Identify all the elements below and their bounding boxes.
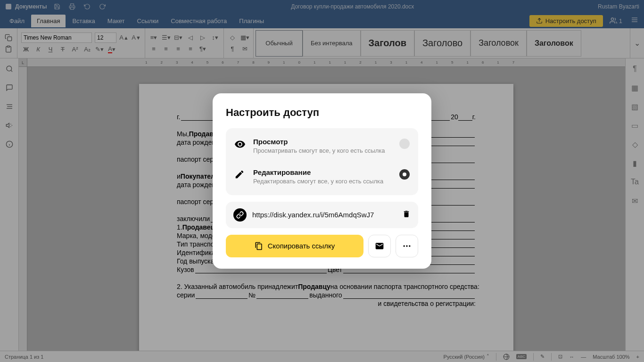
more-button[interactable] xyxy=(396,235,418,257)
edit-title: Редактирование xyxy=(253,168,392,176)
link-icon xyxy=(233,208,247,222)
svg-point-20 xyxy=(406,245,407,247)
view-title: Просмотр xyxy=(253,138,392,146)
modal-overlay[interactable]: Настроить доступ Просмотр Просматривать … xyxy=(0,0,644,362)
more-icon xyxy=(402,241,412,251)
view-desc: Просматривать смогут все, у кого есть сс… xyxy=(253,147,392,155)
copy-icon xyxy=(255,242,263,250)
svg-point-19 xyxy=(404,245,405,247)
radio-selected-icon xyxy=(399,169,410,180)
eye-icon xyxy=(234,139,246,152)
modal-title: Настроить доступ xyxy=(226,107,418,119)
delete-link-icon[interactable] xyxy=(402,210,411,220)
share-modal: Настроить доступ Просмотр Просматривать … xyxy=(213,93,431,269)
copy-link-button[interactable]: Скопировать ссылку xyxy=(226,235,363,257)
svg-point-21 xyxy=(409,245,410,247)
mail-button[interactable] xyxy=(368,235,391,257)
permission-view-option[interactable]: Просмотр Просматривать смогут все, у ког… xyxy=(226,131,418,162)
permission-radio-group: Просмотр Просматривать смогут все, у ког… xyxy=(226,128,418,195)
mail-icon xyxy=(375,241,384,251)
edit-desc: Редактировать смогут все, у кого есть сс… xyxy=(253,178,392,186)
pencil-icon xyxy=(234,169,246,181)
radio-unselected-icon xyxy=(399,139,410,149)
share-link-box: https://disk.yandex.ru/i/5m6AmdqSwJ7 xyxy=(226,202,418,228)
share-link-text[interactable]: https://disk.yandex.ru/i/5m6AmdqSwJ7 xyxy=(252,211,396,219)
permission-edit-option[interactable]: Редактирование Редактировать смогут все,… xyxy=(226,162,418,192)
copy-link-label: Скопировать ссылку xyxy=(268,242,335,250)
